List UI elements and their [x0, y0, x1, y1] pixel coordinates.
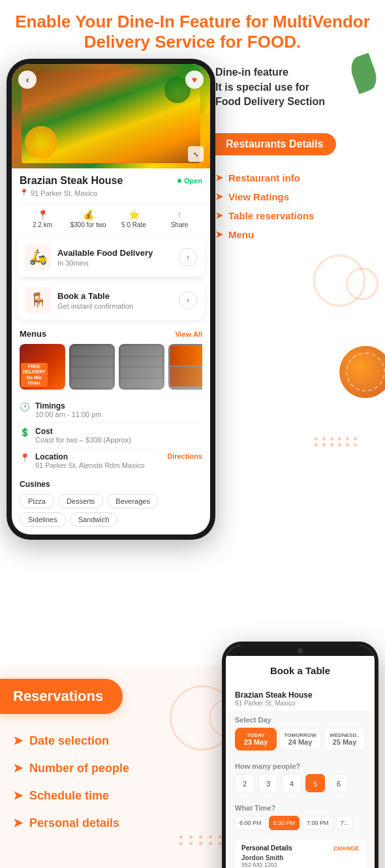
reservations-badge: Reservations [0, 679, 123, 714]
arrow-icon-time: ➤ [13, 788, 23, 803]
restaurants-badge-container: Restaurants Details [215, 125, 372, 163]
stat-cost: 💰 $300 for two [65, 209, 111, 228]
map-icon: 📍 [20, 453, 30, 463]
pd-name: Jordon Smith [241, 854, 359, 861]
status-dot [177, 179, 181, 183]
menus-section: Menus View All FREEDELIVERYNo MinOrder [12, 324, 210, 395]
pd-change-button[interactable]: CHANGE [333, 845, 359, 852]
cuisine-pizza[interactable]: Pizza [20, 494, 54, 508]
people-3[interactable]: 3 [258, 774, 278, 792]
time-section: What Time? 6:00 PM 6:30 PM 7:00 PM 7:.. [226, 799, 375, 835]
menu-thumb-2[interactable] [69, 344, 115, 390]
location-icon: 📍 [37, 209, 48, 220]
time-630[interactable]: 6:30 PM [269, 816, 300, 830]
time-label: What Time? [235, 804, 365, 812]
book-table-text: Book a Table Get instant confirmation [57, 291, 172, 310]
feature-restaurant-info: ➤ Restaurant info [215, 168, 372, 187]
menus-title: Menus [20, 329, 46, 339]
pd-phone: 552 632 1202 [241, 861, 359, 868]
people-6[interactable]: 6 [329, 774, 348, 792]
menu-thumb-1[interactable]: FREEDELIVERYNo MinOrder [20, 344, 65, 390]
day-selector: TODAY 23 May TOMORROW 24 May WEDNESD.. 2… [235, 728, 365, 751]
phone-right-mockup: Book a Table Brazian Steak House 91 Park… [222, 642, 378, 868]
select-day-section: Select Day TODAY 23 May TOMORROW 24 May … [226, 711, 375, 756]
people-section: How many people? 2 3 4 5 6 [226, 757, 375, 798]
cuisine-tags: Pizza Desserts Beverages Sidelines Sandw… [20, 494, 202, 527]
delivery-card-text: Available Food Delivery In 30mins [57, 248, 172, 267]
phone-left-mockup: ‹ ♥ ⤡ Brazian Steak House Open 📍 91 Park… [7, 59, 215, 540]
select-day-label: Select Day [235, 716, 365, 724]
book-table-title: Book a Table [235, 665, 365, 676]
clock-icon: 🕐 [20, 402, 30, 412]
book-table-card[interactable]: 🪑 Book a Table Get instant confirmation … [17, 281, 205, 320]
time-700[interactable]: 7:00 PM [302, 816, 333, 830]
people-5[interactable]: 5 [305, 774, 325, 792]
book-table-subtitle: Get instant confirmation [57, 302, 172, 310]
star-icon: ⭐ [129, 209, 140, 220]
phone-camera [226, 645, 375, 656]
delivery-arrow[interactable]: › [179, 248, 197, 266]
bottom-section: Reservations ➤ Date selection ➤ Number o… [0, 666, 385, 868]
dots-deco-bottom [179, 835, 225, 845]
cuisine-beverages[interactable]: Beverages [107, 494, 159, 508]
feature-view-ratings: ➤ View Ratings [215, 187, 372, 206]
dine-in-text: Dine-in feature It is special use for Fo… [215, 59, 372, 116]
stat-share: ↑ Share [157, 209, 202, 228]
delivery-title: Available Food Delivery [57, 248, 172, 258]
arrow-icon-people: ➤ [13, 761, 23, 775]
people-4[interactable]: 4 [282, 774, 301, 792]
book-table-title: Book a Table [57, 291, 172, 301]
menus-header: Menus View All [20, 329, 202, 339]
cuisine-desserts[interactable]: Desserts [58, 494, 103, 508]
personal-details-card: Personal Details CHANGE Jordon Smith 552… [235, 839, 365, 868]
menus-grid: FREEDELIVERYNo MinOrder [20, 344, 202, 390]
restaurant-name: Brazian Steak House [20, 175, 123, 187]
day-wednesday[interactable]: WEDNESD.. 25 May [324, 728, 365, 751]
delivery-card[interactable]: 🛵 Available Food Delivery In 30mins › [17, 238, 205, 277]
restaurant-name-area: Brazian Steak House 91 Parker St, Maxico [226, 683, 375, 711]
time-600[interactable]: 6:00 PM [235, 816, 266, 830]
delivery-subtitle: In 30mins [57, 259, 172, 267]
dollar-icon: 💰 [83, 209, 94, 220]
people-2[interactable]: 2 [235, 774, 254, 792]
restaurant-info-section: Brazian Steak House Open 📍 91 Parker St,… [12, 168, 210, 234]
info-rows: 🕐 Timings 10:00 am - 11:00 pm 💲 Cost Coa… [12, 395, 210, 476]
arrow-icon-1: ➤ [215, 172, 223, 183]
top-section: ‹ ♥ ⤡ Brazian Steak House Open 📍 91 Park… [0, 59, 385, 659]
restaurants-badge: Restaurants Details [215, 133, 336, 155]
stat-rating: ⭐ 5.0 Rate [111, 209, 157, 228]
book-restaurant-name: Brazian Steak House [235, 690, 365, 700]
day-today[interactable]: TODAY 23 May [235, 728, 277, 751]
phone-right-inner: Book a Table Brazian Steak House 91 Park… [226, 645, 375, 868]
arrow-icon-4: ➤ [215, 229, 223, 240]
cost-content: Cost Coast for two – $300 (Approx) [35, 427, 202, 444]
expand-button[interactable]: ⤡ [188, 146, 204, 162]
page-header: Enable Your Dine-In Feature for MultiVen… [0, 0, 385, 59]
menu-thumb-3[interactable] [119, 344, 164, 390]
cuisine-sidelines[interactable]: Sidelines [20, 512, 66, 527]
book-table-header: Book a Table [226, 656, 375, 683]
info-location: 📍 Location 91 Parker St, Alensto Rdm Max… [20, 448, 202, 473]
dots-decoration [315, 437, 359, 446]
cuisine-sandwich[interactable]: Sandwich [70, 512, 118, 527]
book-restaurant-addr: 91 Parker St, Maxico [235, 700, 365, 707]
timings-content: Timings 10:00 am - 11:00 pm [35, 401, 202, 418]
open-status: Open [177, 177, 202, 185]
time-more[interactable]: 7:.. [336, 816, 354, 830]
day-tomorrow[interactable]: TOMORROW 24 May [279, 728, 321, 751]
page-title: Enable Your Dine-In Feature for MultiVen… [13, 12, 372, 52]
book-table-arrow[interactable]: › [179, 291, 197, 309]
time-selector: 6:00 PM 6:30 PM 7:00 PM 7:.. [235, 816, 365, 830]
stat-distance: 📍 2.2 km [20, 209, 65, 228]
menu-thumb-4[interactable] [168, 344, 202, 390]
arrow-icon-personal: ➤ [13, 816, 23, 830]
phone-left-inner: ‹ ♥ ⤡ Brazian Steak House Open 📍 91 Park… [12, 64, 210, 535]
arrow-icon-2: ➤ [215, 191, 223, 202]
pd-header: Personal Details CHANGE [241, 845, 359, 852]
directions-link[interactable]: Directions [167, 452, 202, 460]
right-panel: Dine-in feature It is special use for Fo… [215, 59, 372, 243]
share-icon: ↑ [177, 209, 182, 220]
info-cost: 💲 Cost Coast for two – $300 (Approx) [20, 423, 202, 448]
view-all-button[interactable]: View All [175, 330, 202, 338]
circle-decoration-2 [346, 268, 378, 300]
